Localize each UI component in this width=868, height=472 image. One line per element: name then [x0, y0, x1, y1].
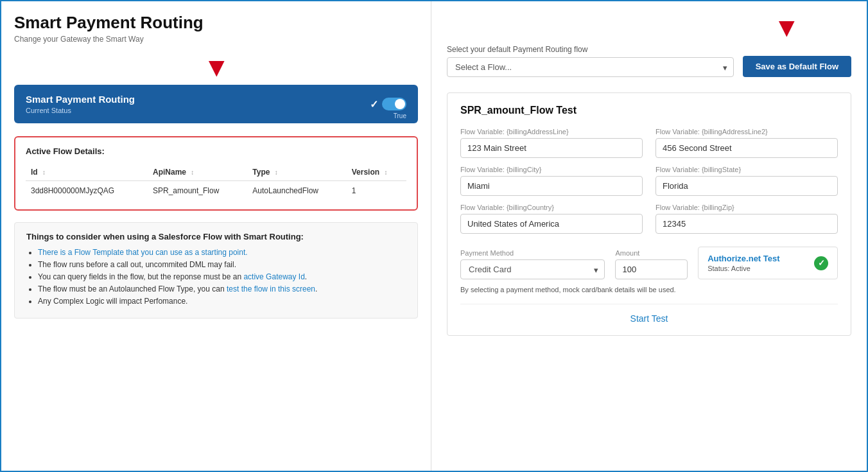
- mock-note: By selecting a payment method, mock card…: [460, 286, 838, 293]
- amount-input[interactable]: [615, 259, 688, 279]
- toggle-check-icon: ✓: [370, 98, 378, 110]
- amount-group: Amount: [615, 249, 688, 279]
- arrow-annotation-right: ▼: [773, 14, 800, 45]
- status-card-subtitle: Current Status: [26, 107, 135, 114]
- cell-apiname: SPR_amount_Flow: [148, 181, 247, 201]
- billing-address-line1-input[interactable]: [460, 138, 643, 158]
- gateway-name: Authorize.net Test: [707, 254, 779, 263]
- consideration-3-link: active Gateway Id: [243, 272, 304, 281]
- toggle-switch[interactable]: [382, 98, 406, 110]
- amount-label: Amount: [615, 249, 688, 257]
- col-header-apiname[interactable]: ApiName ↕: [148, 164, 247, 181]
- active-flow-box: Active Flow Details: Id ↕ ApiName ↕ Ty: [14, 136, 418, 211]
- app-title: Smart Payment Routing: [14, 13, 418, 33]
- col-header-type[interactable]: Type ↕: [247, 164, 346, 181]
- flow-test-title: SPR_amount_Flow Test: [460, 105, 838, 116]
- billing-country-input[interactable]: [460, 214, 643, 234]
- consideration-2-text: The flow runs before a call out, uncommi…: [38, 260, 236, 269]
- consideration-1-text: There is a Flow Template that you can us…: [38, 248, 248, 257]
- cell-id: 3dd8H000000MJyzQAG: [26, 181, 148, 201]
- status-card: Smart Payment Routing Current Status ✓ T…: [14, 85, 418, 123]
- left-panel: Smart Payment Routing Change your Gatewa…: [1, 1, 431, 471]
- table-row: 3dd8H000000MJyzQAG SPR_amount_Flow AutoL…: [26, 181, 406, 201]
- flow-selector-label: Select your default Payment Routing flow: [447, 45, 734, 54]
- flow-selector-group: Select your default Payment Routing flow…: [447, 45, 734, 77]
- sort-icon-apiname: ↕: [191, 169, 194, 176]
- payment-method-select[interactable]: Credit Card Bank Account PayPal: [460, 259, 605, 279]
- status-card-title: Smart Payment Routing: [26, 94, 135, 105]
- consideration-item-3: You can query fields in the flow, but th…: [38, 272, 406, 281]
- form-grid: Flow Variable: {billingAddressLine} Flow…: [460, 128, 838, 234]
- considerations-list: There is a Flow Template that you can us…: [26, 248, 406, 306]
- payment-method-group: Payment Method Credit Card Bank Account …: [460, 249, 605, 279]
- sort-icon-type: ↕: [275, 169, 278, 176]
- billing-address-line1-group: Flow Variable: {billingAddressLine}: [460, 128, 643, 158]
- active-flow-title: Active Flow Details:: [26, 146, 406, 156]
- toggle-wrap[interactable]: ✓: [370, 98, 406, 110]
- payment-row: Payment Method Credit Card Bank Account …: [460, 247, 838, 279]
- gateway-info: Authorize.net Test Status: Active: [707, 254, 779, 272]
- status-label: True: [394, 112, 406, 119]
- arrow-annotation-left: ▼: [204, 54, 230, 81]
- flow-test-section: SPR_amount_Flow Test Flow Variable: {bil…: [447, 92, 851, 336]
- billing-address-line2-label: Flow Variable: {billingAddressLine2}: [655, 128, 838, 135]
- consideration-5-text: Any Complex Logic will impact Perfomance…: [38, 297, 187, 306]
- billing-country-group: Flow Variable: {billingCountry}: [460, 204, 643, 234]
- flow-select[interactable]: Select a Flow...: [447, 57, 734, 77]
- gateway-status: Status: Active: [707, 265, 779, 272]
- billing-state-input[interactable]: [655, 176, 838, 196]
- col-header-id[interactable]: Id ↕: [26, 164, 148, 181]
- billing-zip-label: Flow Variable: {billingZip}: [655, 204, 838, 211]
- sort-icon-id: ↕: [42, 169, 46, 176]
- billing-zip-group: Flow Variable: {billingZip}: [655, 204, 838, 234]
- gateway-check-icon: ✓: [814, 256, 828, 270]
- consideration-item-1: There is a Flow Template that you can us…: [38, 248, 406, 257]
- considerations-box: Things to consider when using a Salesfor…: [14, 222, 418, 319]
- start-test-button[interactable]: Start Test: [630, 313, 668, 324]
- consideration-4-link: test the flow in this screen: [227, 284, 315, 293]
- billing-country-label: Flow Variable: {billingCountry}: [460, 204, 643, 211]
- billing-city-input[interactable]: [460, 176, 643, 196]
- right-panel: ▼ Select your default Payment Routing fl…: [431, 1, 867, 471]
- billing-city-group: Flow Variable: {billingCity}: [460, 166, 643, 196]
- gateway-status-card: Authorize.net Test Status: Active ✓: [698, 247, 838, 279]
- billing-address-line2-input[interactable]: [655, 138, 838, 158]
- payment-method-label: Payment Method: [460, 249, 605, 257]
- consideration-item-5: Any Complex Logic will impact Perfomance…: [38, 297, 406, 306]
- flow-table: Id ↕ ApiName ↕ Type ↕ Version: [26, 164, 406, 200]
- payment-method-select-wrapper: Credit Card Bank Account PayPal: [460, 259, 605, 279]
- app-subtitle: Change your Gateway the Smart Way: [14, 35, 418, 44]
- select-wrapper: Select a Flow...: [447, 57, 734, 77]
- billing-state-group: Flow Variable: {billingState}: [655, 166, 838, 196]
- cell-type: AutoLaunchedFlow: [247, 181, 346, 201]
- consideration-item-2: The flow runs before a call out, uncommi…: [38, 260, 406, 269]
- start-test-row: Start Test: [460, 304, 838, 324]
- billing-city-label: Flow Variable: {billingCity}: [460, 166, 643, 173]
- cell-version: 1: [347, 181, 406, 201]
- considerations-title: Things to consider when using a Salesfor…: [26, 232, 406, 241]
- save-default-button[interactable]: Save as Default Flow: [743, 56, 851, 77]
- flow-selector-row: Select your default Payment Routing flow…: [447, 45, 851, 77]
- billing-address-line1-label: Flow Variable: {billingAddressLine}: [460, 128, 643, 135]
- billing-address-line2-group: Flow Variable: {billingAddressLine2}: [655, 128, 838, 158]
- billing-state-label: Flow Variable: {billingState}: [655, 166, 838, 173]
- sort-icon-version: ↕: [384, 169, 387, 176]
- billing-zip-input[interactable]: [655, 214, 838, 234]
- col-header-version[interactable]: Version ↕: [347, 164, 406, 181]
- consideration-item-4: The flow must be an Autolaunched Flow Ty…: [38, 284, 406, 293]
